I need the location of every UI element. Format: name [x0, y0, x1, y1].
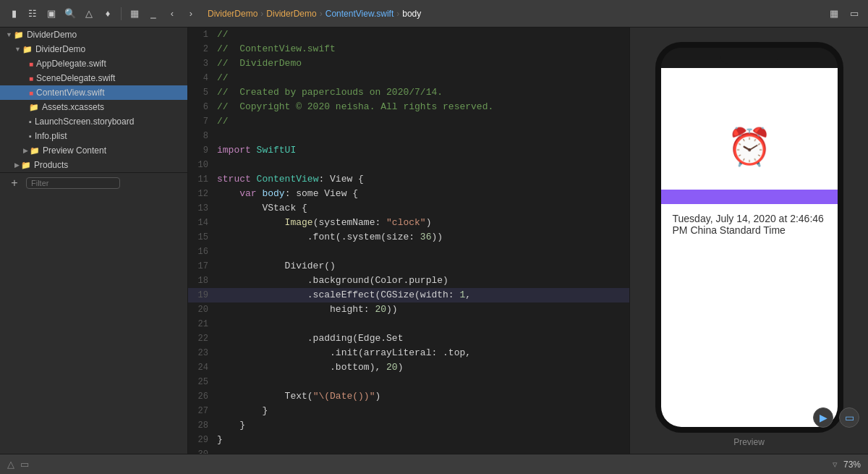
breadcrumb-sep-3: › — [396, 9, 399, 19]
main-content: ▼ 📁 DividerDemo ▼ 📁 DividerDemo ■ AppDel… — [0, 27, 868, 454]
disclosure-icon-2: ▼ — [14, 46, 21, 53]
line-content[interactable]: .init(arrayLiteral: .top, — [217, 346, 629, 360]
code-line-30: 30 — [188, 447, 629, 454]
code-editor[interactable]: 1//2// ContentView.swift3// DividerDemo4… — [188, 27, 629, 454]
line-content[interactable]: // — [217, 114, 629, 129]
add-file-button[interactable]: + — [7, 176, 22, 190]
sidebar-item-label-infoplist: Info.plist — [35, 131, 67, 141]
line-number: 24 — [188, 360, 217, 375]
link-icon[interactable]: ⎯ — [145, 6, 161, 22]
rect-grid-icon[interactable]: ▦ — [127, 6, 142, 22]
line-number: 10 — [188, 158, 217, 172]
line-content[interactable] — [217, 447, 629, 454]
alert-icon[interactable]: △ — [81, 6, 97, 22]
products-folder-icon: 📁 — [21, 161, 31, 170]
line-content[interactable]: // DividerDemo — [217, 56, 629, 71]
grid-icon[interactable]: ☷ — [25, 6, 41, 22]
storyboard-icon: ▪ — [29, 117, 32, 126]
code-line-22: 22 .padding(Edge.Set — [188, 331, 629, 346]
code-line-11: 11struct ContentView: View { — [188, 172, 629, 187]
layout-toggle-icon[interactable]: ▭ — [846, 6, 862, 22]
sidebar-item-assets[interactable]: 📁 Assets.xcassets — [0, 100, 187, 114]
line-content[interactable] — [217, 375, 629, 389]
sidebar-item-divider-demo-folder[interactable]: ▼ 📁 DividerDemo — [0, 42, 187, 56]
breadcrumb-item-3[interactable]: ContentView.swift — [326, 9, 394, 19]
line-content[interactable]: Text("\(Date())") — [217, 389, 629, 404]
preview-play-button[interactable]: ▶ — [813, 407, 833, 428]
sidebar-item-label-dividerdemo: DividerDemo — [35, 44, 85, 54]
line-content[interactable] — [217, 129, 629, 143]
sidebar-item-products[interactable]: ▶ 📁 Products — [0, 158, 187, 172]
sidebar-item-label-contentview: ContentView.swift — [36, 88, 105, 98]
breadcrumb-item-2[interactable]: DividerDemo — [266, 9, 316, 19]
preview-device: ⏰ Tuesday, July 14, 2020 at 2:46:46 PM C… — [655, 42, 843, 433]
preview-device-button[interactable]: ▭ — [839, 407, 859, 428]
sidebar-item-scenedelegate[interactable]: ■ SceneDelegate.swift — [0, 71, 187, 85]
line-number: 14 — [188, 216, 217, 230]
assets-icon: 📁 — [29, 103, 39, 112]
code-line-18: 18 .background(Color.purple) — [188, 274, 629, 288]
line-content[interactable]: } — [217, 404, 629, 418]
line-number: 6 — [188, 100, 217, 114]
sidebar-item-appdelegate[interactable]: ■ AppDelegate.swift — [0, 56, 187, 71]
line-number: 11 — [188, 172, 217, 187]
line-content[interactable]: .scaleEffect(CGSize(width: 1, — [217, 288, 629, 302]
sidebar-item-contentview[interactable]: ■ ContentView.swift — [0, 85, 187, 100]
code-line-3: 3// DividerDemo — [188, 56, 629, 71]
sidebar-item-root[interactable]: ▼ 📁 DividerDemo — [0, 27, 187, 42]
line-content[interactable]: struct ContentView: View { — [217, 172, 629, 187]
preview-folder-icon: 📁 — [30, 146, 40, 156]
line-content[interactable] — [217, 317, 629, 331]
sidebar-bottom-bar: + — [0, 172, 187, 192]
code-line-12: 12 var body: some View { — [188, 187, 629, 201]
line-content[interactable]: Divider() — [217, 259, 629, 274]
line-content[interactable]: } — [217, 433, 629, 447]
line-content[interactable] — [217, 158, 629, 172]
bottom-bar-left: △ ▭ — [7, 459, 32, 470]
line-content[interactable]: } — [217, 418, 629, 433]
hierarchy-icon[interactable]: ▣ — [43, 6, 59, 22]
line-content[interactable]: VStack { — [217, 201, 629, 216]
sidebar-item-label-appdelegate: AppDelegate.swift — [36, 59, 106, 69]
code-line-4: 4// — [188, 71, 629, 85]
line-content[interactable]: import SwiftUI — [217, 143, 629, 158]
line-content[interactable]: .padding(Edge.Set — [217, 331, 629, 346]
code-line-5: 5// Created by paperclouds on 2020/7/14. — [188, 85, 629, 100]
sidebar-item-launchscreen[interactable]: ▪ LaunchScreen.storyboard — [0, 114, 187, 129]
device-top-bar — [661, 48, 838, 68]
sidebar-item-infoplist[interactable]: ▪ Info.plist — [0, 129, 187, 143]
sidebar-item-label-products: Products — [34, 160, 68, 170]
breadcrumb-item-1[interactable]: DividerDemo — [208, 9, 258, 19]
plist-icon: ▪ — [29, 132, 32, 140]
code-line-29: 29} — [188, 433, 629, 447]
code-line-17: 17 Divider() — [188, 259, 629, 274]
sidebar-item-preview-content[interactable]: ▶ 📁 Preview Content — [0, 143, 187, 158]
zoom-level: 73% — [843, 460, 861, 470]
line-content[interactable] — [217, 245, 629, 259]
breadcrumb-item-4[interactable]: body — [402, 9, 421, 19]
line-content[interactable]: .font(.system(size: 36)) — [217, 230, 629, 245]
line-content[interactable]: .bottom), 20) — [217, 360, 629, 375]
line-content[interactable]: // Copyright © 2020 neisha. All rights r… — [217, 100, 629, 114]
line-content[interactable]: // — [217, 27, 629, 42]
line-content[interactable]: var body: some View { — [217, 187, 629, 201]
line-content[interactable]: // — [217, 71, 629, 85]
bookmark-icon[interactable]: ♦ — [100, 6, 116, 22]
code-line-1: 1// — [188, 27, 629, 42]
nav-back-icon[interactable]: ‹ — [164, 6, 180, 22]
line-content[interactable]: .background(Color.purple) — [217, 274, 629, 288]
search-icon[interactable]: 🔍 — [62, 6, 78, 22]
swift-icon-3: ■ — [29, 89, 33, 97]
folder-icon[interactable]: ▮ — [6, 6, 22, 22]
line-content[interactable]: // Created by paperclouds on 2020/7/14. — [217, 85, 629, 100]
warning-icon: △ — [7, 459, 14, 470]
code-line-27: 27 } — [188, 404, 629, 418]
preview-content-area: ⏰ Tuesday, July 14, 2020 at 2:46:46 PM C… — [630, 27, 868, 454]
line-content[interactable]: // ContentView.swift — [217, 42, 629, 56]
line-content[interactable]: height: 20)) — [217, 302, 629, 317]
layout-split-icon[interactable]: ▦ — [826, 6, 842, 22]
filter-input[interactable] — [26, 177, 120, 189]
code-line-28: 28 } — [188, 418, 629, 433]
nav-forward-icon[interactable]: › — [183, 6, 199, 22]
line-content[interactable]: Image(systemName: "clock") — [217, 216, 629, 230]
